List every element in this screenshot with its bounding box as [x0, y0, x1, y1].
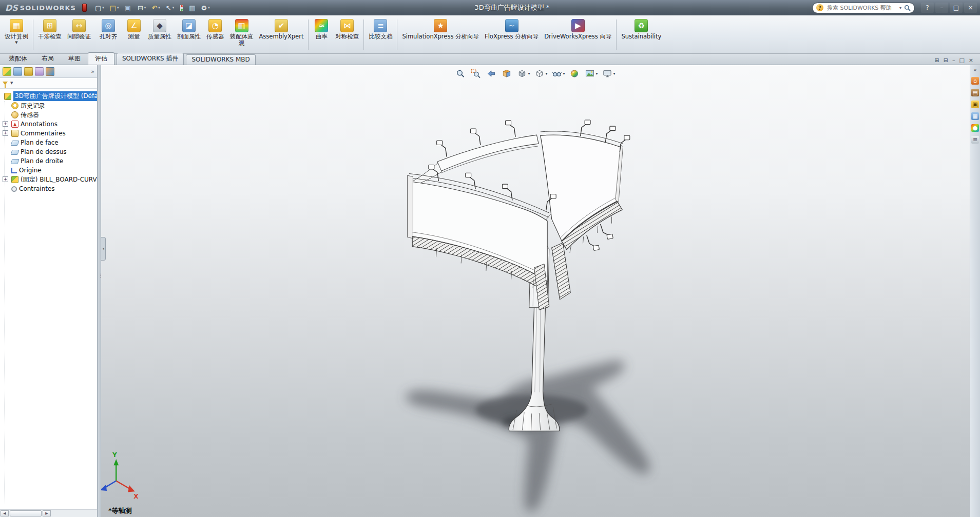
- undo-button[interactable]: ↶ ▾: [149, 3, 162, 13]
- select-button[interactable]: ↖ ▾: [164, 3, 176, 13]
- appearances-scenes-icon[interactable]: ●: [971, 124, 979, 132]
- view-orientation-button[interactable]: ▾: [517, 69, 530, 78]
- new-document-button[interactable]: ▢ ▾: [93, 3, 106, 13]
- pane-right-icon[interactable]: ⊟: [944, 57, 948, 64]
- edit-appearance-button[interactable]: [570, 69, 581, 78]
- tree-horizontal-scrollbar[interactable]: ◀ ▶: [0, 509, 97, 517]
- panel-splitter[interactable]: [98, 65, 101, 517]
- tab-solidworks-addins[interactable]: SOLIDWORKS 插件: [117, 53, 184, 65]
- open-button[interactable]: ▤ ▾: [108, 3, 121, 13]
- tab-assembly[interactable]: 装配体: [2, 52, 34, 65]
- expand-icon[interactable]: +: [3, 130, 8, 136]
- solidworks-window: DS SOLIDWORKS ▢ ▾ ▤ ▾ ▣ ⊟ ▾ ↶ ▾: [0, 0, 980, 517]
- tree-collapse-handle[interactable]: ◂: [101, 237, 106, 261]
- task-pane-collapse-icon[interactable]: «: [973, 67, 976, 73]
- view-palette-icon[interactable]: ▦: [971, 112, 979, 120]
- hide-show-items-button[interactable]: ▾: [552, 69, 565, 78]
- search-caret-icon[interactable]: ▾: [899, 6, 901, 10]
- ribbon-assembly-visualization-button[interactable]: ▥ 装配体直观: [227, 17, 256, 53]
- ribbon-mass-properties-button[interactable]: ◆ 质量属性: [145, 17, 174, 53]
- ribbon-measure-button[interactable]: ∠ 测量: [123, 17, 145, 53]
- ribbon-simulationxpress-button[interactable]: ★ SimulationXpress 分析向导: [399, 17, 482, 53]
- ribbon-sensors-button[interactable]: ◔ 传感器: [204, 17, 227, 53]
- search-input[interactable]: [826, 4, 897, 12]
- custom-properties-icon[interactable]: ≡: [971, 136, 979, 144]
- apply-scene-button[interactable]: ▾: [585, 69, 598, 78]
- scroll-right-button[interactable]: ▶: [43, 510, 51, 516]
- tree-item-top-plane[interactable]: Plan de dessus: [1, 147, 96, 156]
- tree-root-item[interactable]: 3D弯曲广告牌设计模型 (Défa: [1, 91, 96, 101]
- tree-item-annotations[interactable]: + Annotations: [1, 120, 96, 129]
- display-style-button[interactable]: ▾: [534, 69, 547, 78]
- chevron-right-icon[interactable]: »: [91, 68, 94, 75]
- tree-item-right-plane[interactable]: Plan de droite: [1, 156, 96, 166]
- tree-item-comments[interactable]: + Commentaires: [1, 129, 96, 138]
- ribbon-driveworksxpress-button[interactable]: ▶ DriveWorksXpress 向导: [542, 17, 614, 53]
- ribbon-hole-alignment-button[interactable]: ◎ 孔对齐: [94, 17, 123, 53]
- file-properties-button[interactable]: ▦: [187, 3, 197, 13]
- help-button[interactable]: ?: [921, 3, 934, 13]
- pane-left-icon[interactable]: ⊞: [934, 57, 939, 64]
- tree-item-history[interactable]: 历史记录: [1, 101, 96, 110]
- featuremanager-tab-icon[interactable]: [3, 67, 11, 76]
- ribbon-sustainability-button[interactable]: ♻ Sustainability: [619, 17, 664, 53]
- ribbon-curvature-button[interactable]: ≈ 曲率: [311, 17, 332, 53]
- view-settings-button[interactable]: ▾: [603, 69, 616, 78]
- configurationmanager-tab-icon[interactable]: [24, 67, 33, 76]
- expand-icon[interactable]: +: [3, 121, 8, 127]
- print-button[interactable]: ⊟ ▾: [136, 3, 148, 13]
- tree-filter-bar[interactable]: ▼: [0, 78, 97, 89]
- solidworks-resources-icon[interactable]: ⌂: [971, 77, 979, 85]
- tree-item-label: (固定) BILL_BOARD-CURV: [21, 175, 97, 184]
- tree-item-origin[interactable]: Origine: [1, 166, 96, 175]
- previous-view-button[interactable]: [486, 69, 497, 78]
- doc-restore-button[interactable]: □: [959, 57, 964, 64]
- section-view-icon: [502, 69, 511, 78]
- maximize-button[interactable]: □: [950, 3, 963, 13]
- dimxpertmanager-tab-icon[interactable]: [35, 67, 44, 76]
- design-library-icon[interactable]: ▤: [971, 89, 979, 96]
- ribbon-floxpress-button[interactable]: ∼ FloXpress 分析向导: [482, 17, 541, 53]
- search-box[interactable]: ? ▾: [812, 3, 915, 13]
- ribbon-clearance-verify-button[interactable]: ↔ 间隙验证: [65, 17, 93, 53]
- selection-filter-button[interactable]: [178, 3, 185, 13]
- tab-layout[interactable]: 布局: [34, 52, 61, 65]
- close-button[interactable]: ×: [964, 3, 977, 13]
- ribbon-compare-documents-button[interactable]: ≡ 比较文档: [366, 17, 395, 53]
- ribbon-symmetry-check-button[interactable]: ⋈ 对称检查: [333, 17, 361, 53]
- section-view-button[interactable]: [502, 69, 512, 78]
- ground-shadow: [406, 361, 650, 512]
- tab-sketch[interactable]: 草图: [61, 52, 88, 65]
- scroll-left-button[interactable]: ◀: [1, 510, 9, 516]
- doc-close-button[interactable]: ×: [969, 57, 973, 64]
- tree-item-front-plane[interactable]: Plan de face: [1, 138, 96, 147]
- tab-solidworks-mbd[interactable]: SOLIDWORKS MBD: [186, 54, 255, 65]
- zoom-to-fit-button[interactable]: [455, 69, 466, 78]
- ribbon-interference-check-button[interactable]: ⊞ 干涉检查: [35, 17, 64, 53]
- tab-evaluate[interactable]: 评估: [88, 52, 114, 65]
- tree-item-billboard-part[interactable]: + (固定) BILL_BOARD-CURV: [1, 175, 96, 184]
- tree-item-mates[interactable]: Contraintes: [1, 184, 96, 193]
- doc-minimize-button[interactable]: –: [952, 57, 955, 64]
- model-3d-view[interactable]: Y X Z: [101, 65, 970, 517]
- options-button[interactable]: ⚙ ▾: [199, 3, 212, 13]
- file-explorer-icon[interactable]: ▣: [971, 101, 979, 108]
- scrollbar-thumb[interactable]: [10, 510, 42, 516]
- zoom-to-area-button[interactable]: [471, 69, 482, 78]
- tree-item-sensors[interactable]: 传感器: [1, 110, 96, 120]
- zoom-to-area-icon: [471, 69, 481, 78]
- menu-pin-icon[interactable]: [82, 4, 87, 12]
- ribbon-section-properties-button[interactable]: ◪ 剖面属性: [175, 17, 203, 53]
- expand-icon[interactable]: +: [3, 176, 8, 182]
- graphics-viewport[interactable]: Y X Z: [101, 65, 970, 517]
- search-icon[interactable]: [904, 5, 911, 11]
- save-button[interactable]: ▣: [123, 3, 134, 13]
- displaymanager-tab-icon[interactable]: [46, 67, 54, 76]
- minimize-button[interactable]: –: [935, 3, 948, 13]
- annotations-icon: [11, 121, 18, 128]
- propertymanager-tab-icon[interactable]: [13, 67, 22, 76]
- ribbon-assemblyxpert-button[interactable]: ✔ AssemblyXpert: [257, 17, 306, 53]
- clearance-verify-icon: ↔: [72, 19, 86, 32]
- ribbon-design-study-button[interactable]: ▦ 设计算例 ▼: [2, 17, 31, 53]
- billboard-back-panel: [413, 135, 539, 185]
